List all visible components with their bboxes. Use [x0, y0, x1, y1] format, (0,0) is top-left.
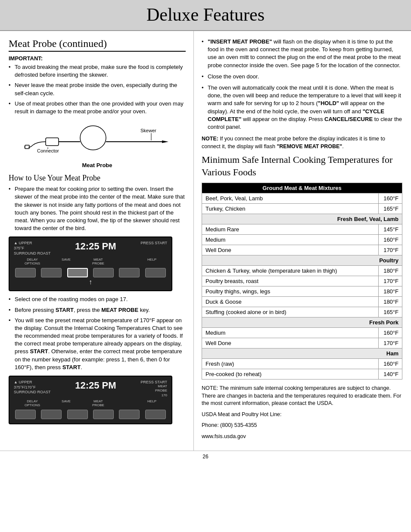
how-to-bullet-3: You will see the preset meat probe tempe…	[9, 317, 186, 371]
page-footer: 26	[0, 451, 411, 462]
table-row: Stuffing (cooked alone or in bird) 165°F	[202, 307, 402, 317]
temp-value: 170°F	[379, 276, 402, 286]
how-to-title: How to Use Your Meat Probe	[9, 174, 186, 183]
table-row: Medium 160°F	[202, 328, 402, 338]
temp-value: 160°F	[379, 328, 402, 338]
display2-time: 12:25 PM	[51, 380, 141, 391]
table-row: Poultry breasts, roast 170°F	[202, 276, 402, 286]
label2-help: HELP	[147, 399, 156, 407]
food-item: Medium Rare	[202, 224, 379, 235]
display2-meat-probe-val: MEATPROBE170	[140, 384, 167, 398]
btn2-4[interactable]	[93, 410, 114, 419]
display1-upper: ▲ UPPER 375°F SURROUND ROAST	[14, 241, 51, 256]
btn-1[interactable]	[15, 268, 36, 277]
category-label: Ham	[202, 348, 402, 359]
display1-labels: DELAYOPTIONS SAVE MEATPROBE HELP	[14, 258, 167, 265]
category-row: Fresh Beef, Veal, Lamb	[202, 214, 402, 224]
table-row: Fresh (raw) 160°F	[202, 359, 402, 369]
btn-5[interactable]	[119, 268, 140, 277]
label2-delay: DELAYOPTIONS	[25, 399, 40, 407]
food-item: Duck & Goose	[202, 297, 379, 307]
svg-text:Skewer: Skewer	[140, 128, 156, 133]
label-meat-probe: MEATPROBE	[92, 258, 104, 265]
right-column: "INSERT MEAT PROBE" will flash on the di…	[194, 31, 411, 451]
display1-buttons	[14, 268, 167, 277]
category-label: Poultry	[202, 255, 402, 266]
meat-probe-diagram: Connector Skewer	[9, 121, 186, 160]
food-item: Stuffing (cooked alone or in bird)	[202, 307, 379, 317]
btn2-2[interactable]	[41, 410, 62, 419]
svg-marker-6	[162, 140, 168, 143]
label-delay: DELAYOPTIONS	[25, 258, 40, 265]
btn-2[interactable]	[41, 268, 62, 277]
food-item: Medium	[202, 328, 379, 338]
display2-press-start: PRESS START	[140, 380, 167, 384]
temp-value: 180°F	[379, 286, 402, 297]
food-item: Poultry thighs, wings, legs	[202, 286, 379, 297]
left-column: Meat Probe (continued) IMPORTANT: To avo…	[0, 31, 194, 451]
table-row: Well Done 170°F	[202, 338, 402, 348]
btn2-5[interactable]	[119, 410, 140, 419]
category-label: Fresh Beef, Veal, Lamb	[202, 214, 402, 224]
display1-arrow: ↑	[14, 278, 167, 286]
temp-value: 140°F	[379, 369, 402, 380]
temp-value: 165°F	[379, 307, 402, 317]
diagram-caption: Meat Probe	[9, 162, 186, 168]
label2-meat-probe: MEATPROBE	[92, 399, 104, 407]
label-help: HELP	[147, 258, 156, 265]
btn2-1[interactable]	[15, 410, 36, 419]
usda-label: USDA Meat and Poultry Hot Line:	[202, 411, 402, 419]
page-title: Deluxe Features	[0, 4, 411, 25]
temp-table: Ground Meat & Meat Mixtures Beef, Pork, …	[202, 183, 402, 380]
how-to-bullet-2: Before pressing START, press the MEAT PR…	[9, 306, 186, 314]
table-row: Duck & Goose 180°F	[202, 297, 402, 307]
category-row: Ham	[202, 348, 402, 359]
table-row: Beef, Pork, Veal, Lamb 160°F	[202, 193, 402, 204]
rhs-bullet-2: The oven will automatically cook the mea…	[202, 84, 402, 131]
btn-3-highlighted[interactable]	[67, 268, 88, 277]
temp-value: 160°F	[379, 235, 402, 245]
display2-upper: ▲ UPPER 375°F/170°F SURROUND ROAST	[14, 380, 51, 395]
table-row: Poultry thighs, wings, legs 180°F	[202, 286, 402, 297]
category-row: Poultry	[202, 255, 402, 266]
section-title: Meat Probe (continued)	[9, 38, 186, 52]
temp-value: 165°F	[379, 204, 402, 214]
temp-value: 170°F	[379, 338, 402, 348]
rhs-bullet-0: "INSERT MEAT PROBE" will flash on the di…	[202, 38, 402, 69]
table-section-title: Minimum Safe Internal Cooking Temperatur…	[202, 154, 402, 178]
how-to-bullet-0: Prepare the meat for cooking prior to se…	[9, 185, 186, 232]
temp-value: 180°F	[379, 266, 402, 276]
temp-value: 180°F	[379, 297, 402, 307]
table-row: Well Done 170°F	[202, 245, 402, 255]
food-item: Well Done	[202, 245, 379, 255]
btn2-6[interactable]	[145, 410, 166, 419]
page-body: Meat Probe (continued) IMPORTANT: To avo…	[0, 31, 411, 451]
page-number: 26	[202, 454, 208, 460]
how-to-bullets: Prepare the meat for cooking prior to se…	[9, 185, 186, 232]
display2-buttons	[14, 410, 167, 419]
important-label: IMPORTANT:	[9, 55, 186, 62]
temp-value: 145°F	[379, 224, 402, 235]
btn-6[interactable]	[145, 268, 166, 277]
temp-value: 160°F	[379, 359, 402, 369]
table-row: Medium 160°F	[202, 235, 402, 245]
note2: NOTE: The minimum safe internal cooking …	[202, 385, 402, 408]
food-item: Poultry breasts, roast	[202, 276, 379, 286]
svg-rect-7	[25, 145, 29, 149]
food-item: Beef, Pork, Veal, Lamb	[202, 193, 379, 204]
bullet-item: Use of meat probes other than the one pr…	[9, 100, 186, 115]
category-label: Fresh Pork	[202, 317, 402, 328]
food-item: Chicken & Turkey, whole (temperature tak…	[202, 266, 379, 276]
page-header: Deluxe Features	[0, 0, 411, 31]
bullet-item: To avoid breaking the meat probe, make s…	[9, 63, 186, 79]
rhs-bullet-1: Close the oven door.	[202, 73, 402, 81]
btn2-3[interactable]	[67, 410, 88, 419]
how-to-bullets-2: Select one of the roasting modes on page…	[9, 296, 186, 371]
rhs-bullets: "INSERT MEAT PROBE" will flash on the di…	[202, 38, 402, 131]
phone: Phone: (800) 535-4355	[202, 422, 402, 429]
svg-rect-2	[46, 138, 59, 146]
table-row: Medium Rare 145°F	[202, 224, 402, 235]
btn-4[interactable]	[93, 268, 114, 277]
how-to-bullet-1: Select one of the roasting modes on page…	[9, 296, 186, 303]
label-save: SAVE	[62, 258, 71, 265]
